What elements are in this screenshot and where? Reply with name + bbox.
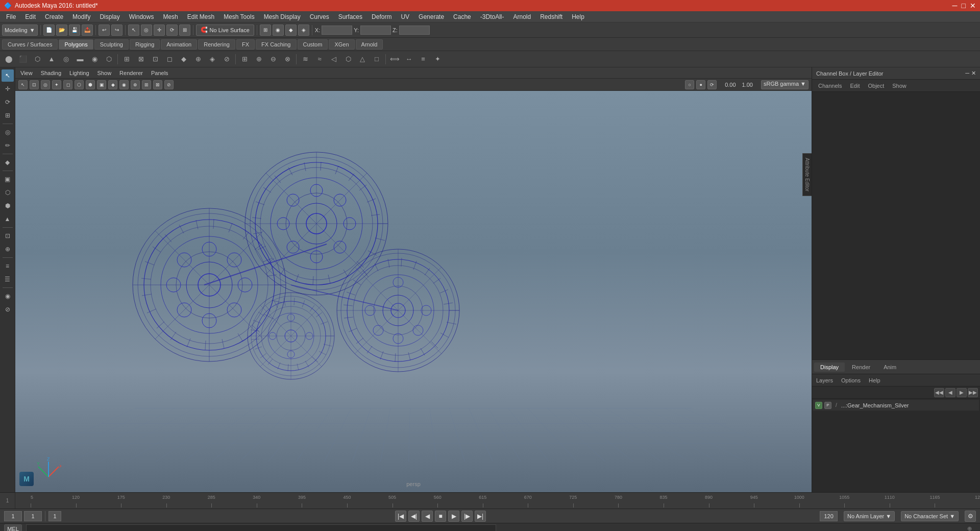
menu-help[interactable]: Help [568, 12, 589, 21]
layer-next-btn[interactable]: ▶▶ [968, 388, 978, 397]
tab-animation[interactable]: Animation [161, 39, 197, 50]
render-btn[interactable]: ◉ [2, 290, 14, 302]
menu-curves[interactable]: Curves [306, 12, 333, 21]
layers-menu-item[interactable]: Layers [814, 376, 835, 384]
menu-redshift[interactable]: Redshift [536, 12, 567, 21]
layer-visible-btn[interactable]: V [815, 402, 822, 409]
cb-close-btn[interactable]: ✕ [971, 70, 976, 77]
vp-menu-view[interactable]: View [18, 69, 35, 77]
frame-step-input[interactable] [48, 511, 61, 521]
vc-btn1[interactable]: ↖ [18, 80, 28, 89]
maximize-button[interactable]: □ [962, 2, 966, 10]
quads-btn[interactable]: □ [370, 53, 383, 66]
y-field[interactable] [360, 26, 391, 35]
viewport-canvas[interactable]: persp X Y Z M [15, 91, 812, 492]
menu-edit[interactable]: Edit [21, 12, 40, 21]
vc-btn9[interactable]: ◆ [108, 80, 117, 89]
snap-grid-btn[interactable]: ⊞ [260, 25, 271, 36]
vc-dot-btn[interactable]: ● [696, 80, 705, 89]
tab-polygons[interactable]: Polygons [59, 39, 93, 50]
bridge-btn[interactable]: ⊞ [120, 53, 133, 66]
extract-btn[interactable]: ◈ [206, 53, 219, 66]
menu-create[interactable]: Create [41, 12, 67, 21]
step-fwd-btn[interactable]: |▶ [461, 511, 473, 522]
fill-hole-btn[interactable]: ◻ [163, 53, 176, 66]
menu-modify[interactable]: Modify [68, 12, 94, 21]
menu-uv[interactable]: UV [397, 12, 413, 21]
menu-deform[interactable]: Deform [368, 12, 396, 21]
scale-tool[interactable]: ⊞ [179, 25, 190, 36]
cb-tab-show[interactable]: Show [890, 82, 909, 90]
tab-custom[interactable]: Custom [298, 39, 328, 50]
layer-add-btn[interactable]: ▶ [957, 388, 967, 397]
cb-tab-channels[interactable]: Channels [816, 82, 844, 90]
menu-file[interactable]: File [2, 12, 20, 21]
start-frame-input[interactable] [4, 511, 22, 521]
layer-rewind-btn[interactable]: ◀◀ [934, 388, 944, 397]
save-scene-btn[interactable]: 💾 [69, 25, 80, 36]
play-back-btn[interactable]: ◀ [422, 511, 433, 522]
import-btn[interactable]: 📥 [82, 25, 93, 36]
extrude-btn[interactable]: ⊡ [149, 53, 162, 66]
undo-btn[interactable]: ↩ [99, 25, 110, 36]
vc-btn3[interactable]: ◎ [41, 80, 50, 89]
workspace-dropdown[interactable]: Modeling ▼ [2, 25, 38, 36]
append-btn[interactable]: ⊠ [134, 53, 148, 66]
menu-3dto-all[interactable]: -3DtoAll- [476, 12, 508, 21]
move-tool-left[interactable]: ✛ [2, 83, 14, 95]
menu-windows[interactable]: Windows [125, 12, 158, 21]
vc-btn8[interactable]: ▣ [97, 80, 106, 89]
options-menu-item[interactable]: Options [839, 376, 863, 384]
go-start-btn[interactable]: |◀ [395, 511, 406, 522]
snap-view-btn[interactable]: ◈ [298, 25, 309, 36]
vc-btn7[interactable]: ⬢ [86, 80, 95, 89]
combine-btn[interactable]: ⊞ [238, 53, 251, 66]
plane-icon-btn[interactable]: ▬ [74, 53, 87, 66]
vc-btn11[interactable]: ⊕ [131, 80, 140, 89]
vc-btn6[interactable]: ⬡ [75, 80, 84, 89]
vc-btn10[interactable]: ◉ [119, 80, 129, 89]
rotate-tool-left[interactable]: ⟳ [2, 96, 14, 108]
solid-btn[interactable]: ⬢ [2, 200, 14, 212]
vp-menu-shading[interactable]: Shading [39, 69, 63, 77]
tex-btn[interactable]: ▲ [2, 213, 14, 225]
menu-generate[interactable]: Generate [414, 12, 448, 21]
cb-collapse-btn[interactable]: ─ [965, 70, 969, 77]
sphere-icon-btn[interactable]: ⬤ [2, 53, 15, 66]
play-fwd-btn[interactable]: ▶ [448, 511, 459, 522]
menu-mesh-display[interactable]: Mesh Display [260, 12, 305, 21]
triangulate-btn[interactable]: △ [356, 53, 369, 66]
mirror-btn[interactable]: ⟺ [388, 53, 401, 66]
help-menu-item[interactable]: Help [867, 376, 883, 384]
vc-btn2[interactable]: ⊡ [30, 80, 39, 89]
duplicate-btn[interactable]: ⊕ [191, 53, 205, 66]
attr-editor-side-tab[interactable]: Attribute Editor [802, 153, 812, 196]
tab-fx-caching[interactable]: FX Caching [256, 39, 296, 50]
smooth-btn[interactable]: ≋ [299, 53, 312, 66]
timeline-ruler[interactable]: 6512017523028534039545050556061567072578… [31, 493, 980, 509]
cleanup-btn[interactable]: ✦ [431, 53, 444, 66]
live-surface-btn[interactable]: 🧲 No Live Surface [196, 25, 254, 36]
select-tool-left[interactable]: ↖ [2, 69, 14, 82]
vc-circle-btn[interactable]: ○ [685, 80, 694, 89]
no-anim-layer-dropdown[interactable]: No Anim Layer ▼ [844, 511, 895, 521]
select-tool[interactable]: ↖ [128, 25, 139, 36]
vc-btn4[interactable]: ✦ [52, 80, 61, 89]
vp-menu-show[interactable]: Show [95, 69, 114, 77]
disk-icon-btn[interactable]: ◉ [88, 53, 101, 66]
platonic-icon-btn[interactable]: ⬡ [102, 53, 115, 66]
menu-edit-mesh[interactable]: Edit Mesh [183, 12, 218, 21]
flip-btn[interactable]: ↔ [402, 53, 415, 66]
go-end-btn[interactable]: ▶| [475, 511, 486, 522]
wedge-btn[interactable]: ◆ [177, 53, 190, 66]
wire-btn[interactable]: ⬡ [2, 186, 14, 199]
end-frame-input[interactable] [820, 511, 838, 521]
layer-playback-btn[interactable]: P [824, 402, 831, 409]
menu-cache[interactable]: Cache [449, 12, 475, 21]
x-field[interactable] [322, 26, 352, 35]
minimize-button[interactable]: ─ [952, 2, 958, 10]
z-field[interactable] [399, 26, 430, 35]
step-back-btn[interactable]: ◀| [408, 511, 420, 522]
retopo-btn[interactable]: ⬡ [341, 53, 355, 66]
paint-attr-btn[interactable]: ✏ [2, 139, 14, 152]
